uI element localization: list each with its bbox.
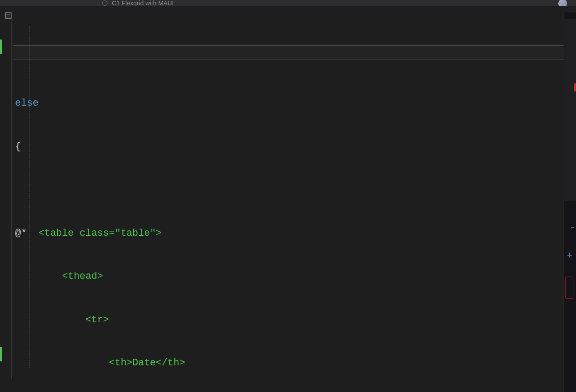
title-bar: C1 Flexgrid with MAUI (0, 0, 576, 6)
code-line: <thead> (15, 271, 103, 282)
scroll-thumb[interactable] (564, 19, 576, 201)
plus-icon[interactable]: + (567, 250, 572, 261)
code-line: <table class="table"> (27, 228, 162, 239)
change-marker (0, 40, 2, 54)
change-marker (0, 347, 2, 361)
fold-line (12, 20, 12, 379)
current-line-highlight (13, 45, 576, 59)
code-text-area[interactable]: else { @* <table class="table"> <thead> … (13, 6, 576, 392)
code-line: <tr> (15, 314, 109, 325)
fold-toggle-icon[interactable]: − (5, 12, 12, 19)
code-editor[interactable]: − else { @* <table class="table"> <thead… (0, 6, 576, 392)
code-line: else (15, 98, 39, 109)
avatar[interactable] (558, 0, 567, 6)
code-comment-prefix: @* (15, 228, 27, 239)
error-region (565, 277, 573, 299)
shield-icon (102, 0, 107, 6)
editor-gutter[interactable]: − (0, 6, 13, 392)
window-title: C1 Flexgrid with MAUI (112, 0, 174, 6)
overflow-icon[interactable]: ⋯ (571, 225, 574, 231)
code-line: <th>Date</th> (15, 357, 185, 368)
editor-scrollbar-map[interactable]: ⋯ + (564, 12, 576, 392)
error-marker (574, 83, 576, 91)
code-line: { (15, 141, 21, 152)
